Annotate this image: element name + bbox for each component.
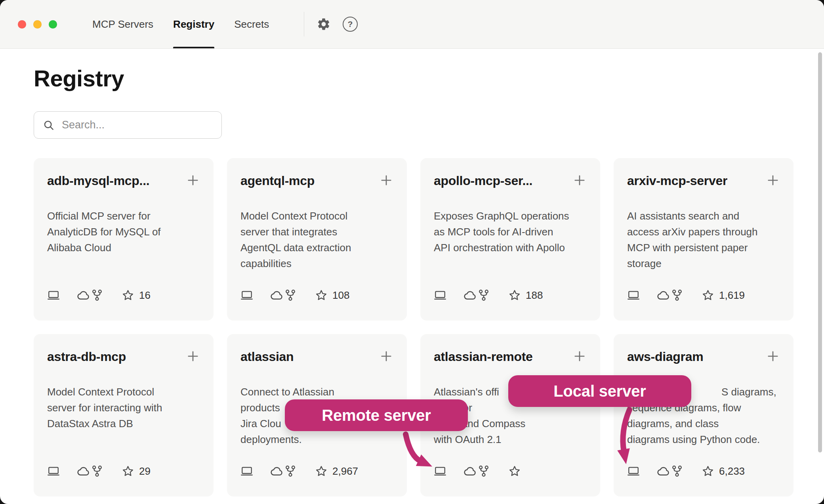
description-line: storage <box>627 256 780 271</box>
laptop-icon <box>434 465 446 477</box>
server-card[interactable]: arxiv-mcp-server AI assistants search an… <box>614 158 793 321</box>
cloud-icon <box>656 464 671 478</box>
remote-server-callout: Remote server <box>285 399 468 431</box>
description-line: AnalyticDB for MySQL of <box>47 224 200 240</box>
help-button[interactable]: ? <box>341 0 359 48</box>
tab-secrets[interactable]: Secrets <box>234 0 269 48</box>
server-meta: 108 <box>240 289 393 302</box>
star-icon <box>508 289 521 302</box>
server-name: apollo-mcp-ser... <box>434 173 532 188</box>
plus-icon <box>186 173 200 187</box>
vertical-scrollbar[interactable] <box>818 52 822 452</box>
git-fork-icon <box>477 465 490 477</box>
star-count: 2,967 <box>332 465 358 477</box>
description-line: Connect to Atlassian <box>240 384 393 400</box>
server-name: aws-diagram <box>627 349 703 364</box>
git-fork-icon <box>671 289 683 302</box>
cloud-icon <box>76 464 91 478</box>
zoom-window-button[interactable] <box>49 20 57 29</box>
server-name: atlassian-remote <box>434 349 533 364</box>
gear-icon <box>317 17 331 31</box>
description-line: DataStax Astra DB <box>47 416 200 431</box>
star-count: 1,619 <box>719 289 745 302</box>
laptop-icon <box>47 289 60 302</box>
server-card[interactable]: astra-db-mcp Model Context Protocolserve… <box>34 334 214 496</box>
server-meta: 2,967 <box>240 465 393 477</box>
server-description: Exposes GraphQL operationsas MCP tools f… <box>434 208 587 256</box>
plus-icon <box>572 173 587 187</box>
close-window-button[interactable] <box>18 20 26 29</box>
minimize-window-button[interactable] <box>33 20 42 29</box>
server-name: adb-mysql-mcp... <box>47 173 149 188</box>
cloud-icon <box>270 464 284 478</box>
star-count: 6,233 <box>719 465 745 477</box>
laptop-icon <box>627 289 640 302</box>
window-controls <box>18 0 57 48</box>
search-icon <box>43 119 55 131</box>
add-server-button[interactable] <box>186 349 200 363</box>
cloud-icon <box>656 288 671 302</box>
star-icon <box>315 465 328 477</box>
server-name: agentql-mcp <box>240 173 315 188</box>
search-input[interactable] <box>61 118 221 132</box>
add-server-button[interactable] <box>766 173 780 187</box>
server-name: astra-db-mcp <box>47 349 126 364</box>
app-window: MCP Servers Registry Secrets ? Registry … <box>0 0 824 504</box>
server-card[interactable]: adb-mysql-mcp... Official MCP server for… <box>34 158 214 321</box>
server-card[interactable]: aws-diagram S diagrams,sequence diagrams… <box>614 334 793 496</box>
star-icon <box>315 289 328 302</box>
add-server-button[interactable] <box>379 173 393 187</box>
registry-page: Registry adb-mysql-mcp... Official MCP s… <box>0 65 824 496</box>
server-name: atlassian <box>240 349 294 364</box>
main-tabs: MCP Servers Registry Secrets <box>92 0 269 48</box>
description-line: server for interacting with <box>47 400 200 416</box>
card-header: arxiv-mcp-server <box>627 173 780 188</box>
tab-mcp-servers[interactable]: MCP Servers <box>92 0 153 48</box>
star-count: 29 <box>139 465 151 477</box>
add-server-button[interactable] <box>572 173 587 187</box>
add-server-button[interactable] <box>766 349 780 363</box>
server-card-grid: adb-mysql-mcp... Official MCP server for… <box>34 158 824 496</box>
server-meta: 1,619 <box>627 289 780 302</box>
add-server-button[interactable] <box>379 349 393 363</box>
server-card[interactable]: agentql-mcp Model Context Protocolserver… <box>227 158 407 321</box>
description-line: Official MCP server for <box>47 208 200 224</box>
cloud-icon <box>76 288 91 302</box>
server-description: Model Context Protocolserver that integr… <box>240 208 393 271</box>
help-glyph: ? <box>348 19 353 29</box>
star-count: 108 <box>332 289 349 302</box>
server-card[interactable]: apollo-mcp-ser... Exposes GraphQL operat… <box>420 158 600 321</box>
description-line: access arXiv papers through <box>627 224 780 240</box>
star-count: 188 <box>526 289 543 302</box>
add-server-button[interactable] <box>186 173 200 187</box>
cloud-icon <box>463 288 477 302</box>
settings-button[interactable] <box>315 0 332 48</box>
search-box[interactable] <box>34 111 222 139</box>
description-line: capabilities <box>240 256 393 271</box>
card-header: atlassian <box>240 349 393 364</box>
titlebar-divider <box>304 12 304 36</box>
server-meta: 6,233 <box>627 465 780 477</box>
cloud-icon <box>463 464 477 478</box>
server-description: Official MCP server forAnalyticDB for My… <box>47 208 200 256</box>
card-header: agentql-mcp <box>240 173 393 188</box>
tab-registry[interactable]: Registry <box>173 0 214 48</box>
star-icon <box>508 465 521 477</box>
server-description: AI assistants search andaccess arXiv pap… <box>627 208 780 271</box>
add-server-button[interactable] <box>572 349 587 363</box>
description-line: MCP with persistent paper <box>627 240 780 256</box>
laptop-icon <box>627 465 640 477</box>
star-icon <box>702 289 714 302</box>
description-line: deployments. <box>240 431 393 447</box>
card-header: atlassian-remote <box>434 349 587 364</box>
description-line: Model Context Protocol <box>47 384 200 400</box>
titlebar: MCP Servers Registry Secrets ? <box>0 0 824 49</box>
plus-icon <box>379 349 393 363</box>
server-meta: 29 <box>47 465 200 477</box>
description-line: Alibaba Cloud <box>47 240 200 256</box>
plus-icon <box>572 349 587 363</box>
server-meta: 188 <box>434 289 587 302</box>
description-line: with OAuth 2.1 <box>434 431 587 447</box>
git-fork-icon <box>284 465 297 477</box>
plus-icon <box>766 173 780 187</box>
